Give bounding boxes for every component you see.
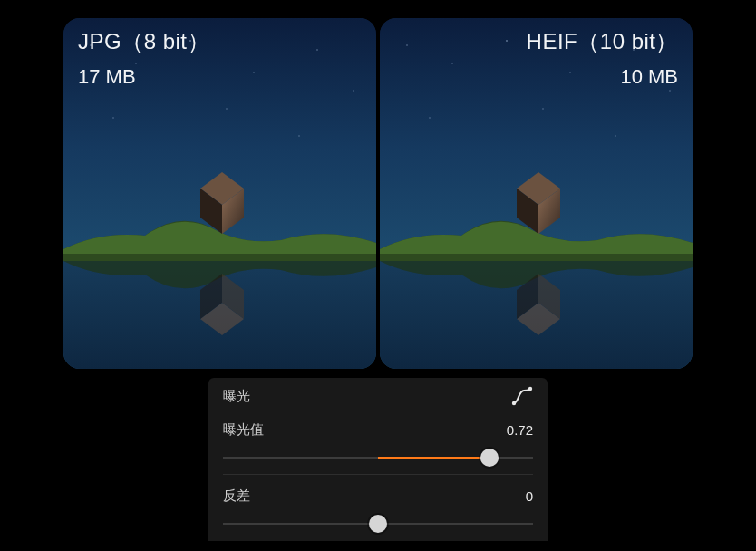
svg-point-26 [542,108,543,109]
photo-left: JPG（8 bit） 17 MB [63,18,376,369]
photo-right-overlay: HEIF（10 bit） 10 MB [394,27,678,89]
svg-point-25 [429,117,430,118]
slider-thumb[interactable] [480,449,499,467]
app-stage: JPG（8 bit） 17 MB [0,0,756,551]
svg-point-8 [112,117,113,118]
svg-point-10 [298,135,299,136]
exposure-panel: 曝光 曝光值 0.72 反差 0 [208,378,548,541]
svg-point-34 [512,401,516,405]
exposure-value-slider[interactable] [223,445,533,470]
size-label-right: 10 MB [394,65,678,89]
contrast-readout: 0 [526,488,533,504]
photo-left-overlay: JPG（8 bit） 17 MB [78,27,362,89]
exposure-value-label: 曝光值 [223,421,264,439]
svg-point-9 [226,108,227,109]
svg-point-24 [669,90,670,91]
exposure-value-row: 曝光值 0.72 [223,414,533,445]
contrast-label: 反差 [223,488,250,505]
contrast-row: 反差 0 [223,480,533,511]
panel-header: 曝光 [223,378,533,414]
svg-point-27 [615,135,615,136]
svg-point-7 [353,90,354,91]
photo-right: HEIF（10 bit） 10 MB [380,18,693,369]
format-label-right: HEIF（10 bit） [394,27,678,56]
size-label-left: 17 MB [78,65,362,89]
format-label-left: JPG（8 bit） [78,27,362,56]
contrast-slider[interactable] [223,511,533,536]
panel-section-label: 曝光 [223,388,250,405]
exposure-value-readout: 0.72 [507,422,533,438]
slider-thumb[interactable] [369,515,387,533]
curve-icon[interactable] [511,385,533,407]
slider-fill [378,457,489,459]
svg-point-35 [528,387,532,391]
divider [223,474,533,475]
image-compare: JPG（8 bit） 17 MB [63,18,693,369]
